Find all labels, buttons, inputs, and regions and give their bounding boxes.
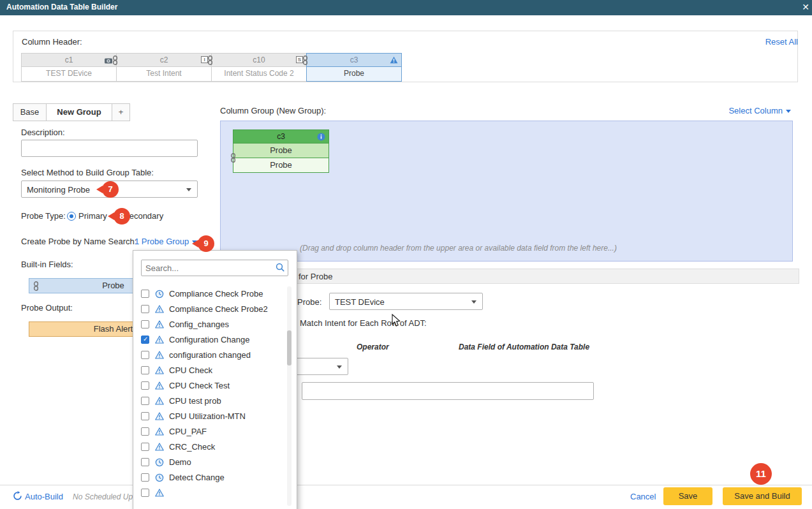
probe-item-label: Compliance Check Probe2 [169, 304, 268, 314]
group-column-table: c3 Probe Probe [233, 129, 329, 173]
chevron-down-icon [337, 365, 342, 369]
probe-output-label: Probe Output: [21, 303, 73, 313]
column-header-c10[interactable]: c10 S Intent Status Code 2 [211, 53, 307, 82]
probe-list-item[interactable]: configuration changed [133, 348, 297, 363]
chevron-down-icon [186, 188, 191, 191]
drop-hint-text: (Drag and drop column header from the up… [300, 244, 617, 253]
checkbox[interactable] [141, 427, 149, 436]
column-header-c2[interactable]: c2 I Test Intent [116, 53, 212, 82]
probe-list-item[interactable] [133, 485, 297, 501]
search-icon [276, 263, 285, 272]
probe-list-item[interactable]: Demo [133, 455, 297, 470]
method-label: Select Method to Build Group Table: [21, 168, 154, 177]
mouse-cursor [392, 314, 401, 327]
scrollbar-thumb[interactable] [287, 330, 292, 365]
probe-item-label: Demo [169, 457, 191, 467]
column-header-c3-selected[interactable]: c3 Probe [306, 53, 402, 82]
probe-label: Probe: [297, 297, 321, 307]
probe-device-select[interactable]: TEST DEvice [329, 293, 483, 310]
probe-list-item[interactable]: CPU Check [133, 363, 297, 378]
probe-item-label: CPU Check Test [169, 381, 230, 390]
schedule-note: No Scheduled Up [73, 492, 133, 501]
link-icon [230, 153, 236, 163]
link-column-icon [112, 55, 118, 65]
reset-all-link[interactable]: Reset All [765, 37, 798, 47]
tab-add[interactable]: + [112, 103, 130, 121]
column-name: TEST DEvice [21, 67, 117, 82]
group-row-probe[interactable]: Probe [233, 158, 329, 173]
select-column-link[interactable]: Select Column [728, 106, 791, 115]
checkbox[interactable] [141, 381, 149, 390]
probe-type-primary-label: Primary [78, 211, 107, 221]
probe-list-item-selected[interactable]: Configuration Change [133, 332, 297, 348]
data-field-column-header: Data Field of Automation Data Table [459, 343, 589, 351]
column-id: c1 [65, 55, 73, 64]
data-field-input[interactable] [302, 382, 594, 400]
probe-item-label: Compliance Check Probe [169, 289, 263, 299]
close-icon[interactable]: ✕ [802, 2, 809, 12]
probe-list-item[interactable]: CPU Utilization-MTN [133, 409, 297, 424]
probe-list-item[interactable]: CPU test prob [133, 394, 297, 409]
checkbox[interactable] [141, 473, 149, 482]
built-in-field-label: Probe [102, 281, 124, 290]
probe-device-value: TEST DEvice [335, 297, 385, 306]
alert-probe-icon [155, 366, 164, 374]
chevron-down-icon [786, 110, 791, 113]
probe-list-item[interactable]: Detect Change [133, 470, 297, 485]
alert-probe-icon [155, 427, 164, 436]
column-header-label: Column Header: [22, 37, 82, 47]
probe-list-item[interactable]: CRC_Check [133, 439, 297, 455]
save-and-build-button[interactable]: Save and Build [723, 487, 802, 505]
probe-type-label: Probe Type: [21, 211, 66, 221]
probe-item-label: configuration changed [169, 350, 251, 360]
tab-new-group[interactable]: New Group [46, 103, 112, 121]
tab-base[interactable]: Base [13, 103, 47, 121]
probe-list-item[interactable]: Config_changes [133, 317, 297, 332]
column-header-c1[interactable]: c1 TEST DEvice [21, 53, 117, 82]
probe-alert-icon [390, 56, 398, 64]
probe-group-dropdown-link[interactable]: 1 Probe Group [135, 237, 197, 246]
window-title: Automation Data Table Builder [6, 3, 117, 11]
checkbox[interactable] [141, 489, 149, 497]
probe-item-label: Detect Change [169, 473, 225, 482]
auto-build-link[interactable]: Auto-Build [25, 492, 63, 501]
group-row-probe[interactable]: Probe [233, 144, 329, 158]
description-label: Description: [21, 128, 65, 137]
checkbox[interactable] [141, 320, 149, 328]
probe-list-item[interactable]: CPU_PAF [133, 424, 297, 439]
cancel-button[interactable]: Cancel [630, 492, 656, 501]
column-group-label: Column Group (New Group): [220, 106, 326, 115]
save-button[interactable]: Save [663, 487, 712, 505]
flash-alert-label: Flash Alert [94, 324, 133, 334]
device-icon [104, 56, 113, 65]
alert-probe-icon [155, 305, 164, 313]
probe-list-item[interactable]: Compliance Check Probe2 [133, 302, 297, 317]
column-name: Probe [306, 67, 402, 82]
probe-search-input[interactable] [141, 260, 288, 276]
alert-probe-icon [155, 443, 164, 451]
alert-probe-icon [155, 336, 164, 344]
chevron-down-icon [471, 300, 476, 304]
checkbox[interactable] [141, 458, 149, 466]
checkbox[interactable] [141, 290, 149, 298]
built-in-fields-label: Built-in Fields: [21, 260, 73, 269]
probe-list-item[interactable]: Compliance Check Probe [133, 286, 297, 302]
checkbox[interactable] [141, 412, 149, 420]
checkbox[interactable] [141, 397, 149, 405]
checkbox[interactable] [141, 443, 149, 451]
alert-probe-icon [155, 397, 164, 405]
probe-section-header: for Probe [220, 269, 799, 284]
info-icon [317, 133, 325, 141]
checkbox[interactable] [141, 305, 149, 313]
column-id: c2 [160, 55, 168, 64]
description-input[interactable] [21, 140, 198, 157]
checkbox[interactable] [141, 366, 149, 374]
checkbox-checked[interactable] [141, 336, 149, 344]
group-column-header[interactable]: c3 [233, 129, 329, 144]
probe-list-item[interactable]: CPU Check Test [133, 378, 297, 394]
checkbox[interactable] [141, 351, 149, 359]
timer-probe-icon [155, 290, 164, 299]
probe-item-label: CRC_Check [169, 442, 215, 452]
probe-item-label: CPU Check [169, 365, 212, 375]
probe-type-primary-radio[interactable] [67, 212, 76, 221]
